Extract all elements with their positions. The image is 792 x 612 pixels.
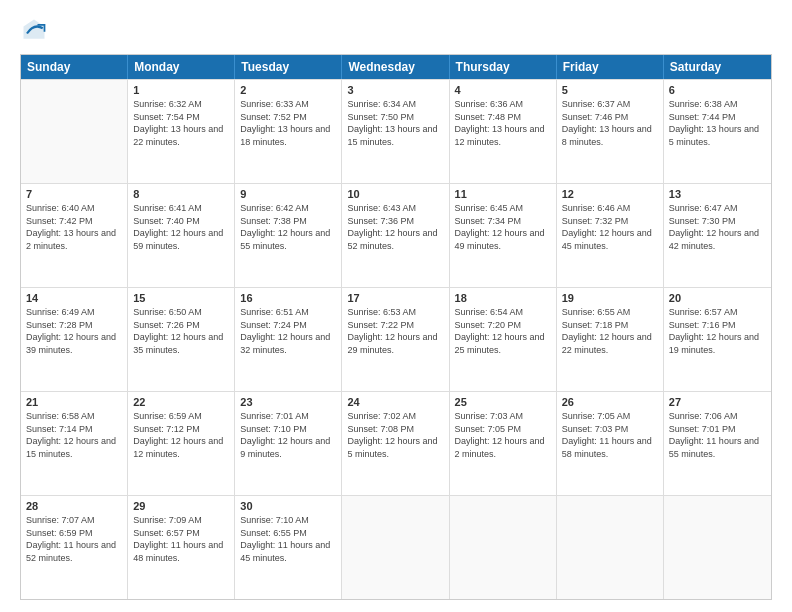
calendar-cell: 29Sunrise: 7:09 AM Sunset: 6:57 PM Dayli… xyxy=(128,496,235,599)
cell-info: Sunrise: 7:02 AM Sunset: 7:08 PM Dayligh… xyxy=(347,410,443,460)
calendar-cell xyxy=(664,496,771,599)
cell-info: Sunrise: 6:51 AM Sunset: 7:24 PM Dayligh… xyxy=(240,306,336,356)
cell-info: Sunrise: 6:33 AM Sunset: 7:52 PM Dayligh… xyxy=(240,98,336,148)
calendar-row: 1Sunrise: 6:32 AM Sunset: 7:54 PM Daylig… xyxy=(21,79,771,183)
calendar-header: SundayMondayTuesdayWednesdayThursdayFrid… xyxy=(21,55,771,79)
cell-info: Sunrise: 6:49 AM Sunset: 7:28 PM Dayligh… xyxy=(26,306,122,356)
day-number: 12 xyxy=(562,188,658,200)
cell-info: Sunrise: 6:32 AM Sunset: 7:54 PM Dayligh… xyxy=(133,98,229,148)
calendar-cell: 12Sunrise: 6:46 AM Sunset: 7:32 PM Dayli… xyxy=(557,184,664,287)
weekday-header: Sunday xyxy=(21,55,128,79)
weekday-header: Wednesday xyxy=(342,55,449,79)
cell-info: Sunrise: 7:07 AM Sunset: 6:59 PM Dayligh… xyxy=(26,514,122,564)
day-number: 2 xyxy=(240,84,336,96)
calendar-cell xyxy=(21,80,128,183)
day-number: 16 xyxy=(240,292,336,304)
calendar-cell: 6Sunrise: 6:38 AM Sunset: 7:44 PM Daylig… xyxy=(664,80,771,183)
calendar-cell: 25Sunrise: 7:03 AM Sunset: 7:05 PM Dayli… xyxy=(450,392,557,495)
day-number: 28 xyxy=(26,500,122,512)
day-number: 10 xyxy=(347,188,443,200)
day-number: 13 xyxy=(669,188,766,200)
cell-info: Sunrise: 7:01 AM Sunset: 7:10 PM Dayligh… xyxy=(240,410,336,460)
cell-info: Sunrise: 6:59 AM Sunset: 7:12 PM Dayligh… xyxy=(133,410,229,460)
calendar-cell: 2Sunrise: 6:33 AM Sunset: 7:52 PM Daylig… xyxy=(235,80,342,183)
calendar-cell: 15Sunrise: 6:50 AM Sunset: 7:26 PM Dayli… xyxy=(128,288,235,391)
day-number: 1 xyxy=(133,84,229,96)
calendar-body: 1Sunrise: 6:32 AM Sunset: 7:54 PM Daylig… xyxy=(21,79,771,599)
calendar-cell: 24Sunrise: 7:02 AM Sunset: 7:08 PM Dayli… xyxy=(342,392,449,495)
day-number: 30 xyxy=(240,500,336,512)
calendar-cell: 19Sunrise: 6:55 AM Sunset: 7:18 PM Dayli… xyxy=(557,288,664,391)
calendar-cell: 18Sunrise: 6:54 AM Sunset: 7:20 PM Dayli… xyxy=(450,288,557,391)
weekday-header: Friday xyxy=(557,55,664,79)
day-number: 3 xyxy=(347,84,443,96)
calendar-cell: 4Sunrise: 6:36 AM Sunset: 7:48 PM Daylig… xyxy=(450,80,557,183)
day-number: 21 xyxy=(26,396,122,408)
cell-info: Sunrise: 6:46 AM Sunset: 7:32 PM Dayligh… xyxy=(562,202,658,252)
cell-info: Sunrise: 6:57 AM Sunset: 7:16 PM Dayligh… xyxy=(669,306,766,356)
calendar-cell: 16Sunrise: 6:51 AM Sunset: 7:24 PM Dayli… xyxy=(235,288,342,391)
cell-info: Sunrise: 6:36 AM Sunset: 7:48 PM Dayligh… xyxy=(455,98,551,148)
cell-info: Sunrise: 6:50 AM Sunset: 7:26 PM Dayligh… xyxy=(133,306,229,356)
calendar-cell: 23Sunrise: 7:01 AM Sunset: 7:10 PM Dayli… xyxy=(235,392,342,495)
calendar-cell: 7Sunrise: 6:40 AM Sunset: 7:42 PM Daylig… xyxy=(21,184,128,287)
weekday-header: Thursday xyxy=(450,55,557,79)
cell-info: Sunrise: 7:10 AM Sunset: 6:55 PM Dayligh… xyxy=(240,514,336,564)
day-number: 20 xyxy=(669,292,766,304)
day-number: 11 xyxy=(455,188,551,200)
calendar-cell: 22Sunrise: 6:59 AM Sunset: 7:12 PM Dayli… xyxy=(128,392,235,495)
day-number: 27 xyxy=(669,396,766,408)
day-number: 25 xyxy=(455,396,551,408)
day-number: 5 xyxy=(562,84,658,96)
day-number: 9 xyxy=(240,188,336,200)
calendar-cell: 26Sunrise: 7:05 AM Sunset: 7:03 PM Dayli… xyxy=(557,392,664,495)
calendar-cell: 27Sunrise: 7:06 AM Sunset: 7:01 PM Dayli… xyxy=(664,392,771,495)
calendar-cell: 13Sunrise: 6:47 AM Sunset: 7:30 PM Dayli… xyxy=(664,184,771,287)
cell-info: Sunrise: 7:03 AM Sunset: 7:05 PM Dayligh… xyxy=(455,410,551,460)
cell-info: Sunrise: 7:05 AM Sunset: 7:03 PM Dayligh… xyxy=(562,410,658,460)
calendar-cell xyxy=(450,496,557,599)
weekday-header: Tuesday xyxy=(235,55,342,79)
day-number: 7 xyxy=(26,188,122,200)
calendar-row: 28Sunrise: 7:07 AM Sunset: 6:59 PM Dayli… xyxy=(21,495,771,599)
cell-info: Sunrise: 7:09 AM Sunset: 6:57 PM Dayligh… xyxy=(133,514,229,564)
calendar: SundayMondayTuesdayWednesdayThursdayFrid… xyxy=(20,54,772,600)
calendar-cell: 5Sunrise: 6:37 AM Sunset: 7:46 PM Daylig… xyxy=(557,80,664,183)
day-number: 19 xyxy=(562,292,658,304)
calendar-cell: 3Sunrise: 6:34 AM Sunset: 7:50 PM Daylig… xyxy=(342,80,449,183)
logo xyxy=(20,16,52,44)
day-number: 4 xyxy=(455,84,551,96)
cell-info: Sunrise: 6:54 AM Sunset: 7:20 PM Dayligh… xyxy=(455,306,551,356)
calendar-cell: 30Sunrise: 7:10 AM Sunset: 6:55 PM Dayli… xyxy=(235,496,342,599)
cell-info: Sunrise: 6:47 AM Sunset: 7:30 PM Dayligh… xyxy=(669,202,766,252)
cell-info: Sunrise: 6:42 AM Sunset: 7:38 PM Dayligh… xyxy=(240,202,336,252)
calendar-cell: 11Sunrise: 6:45 AM Sunset: 7:34 PM Dayli… xyxy=(450,184,557,287)
cell-info: Sunrise: 6:58 AM Sunset: 7:14 PM Dayligh… xyxy=(26,410,122,460)
day-number: 8 xyxy=(133,188,229,200)
cell-info: Sunrise: 6:43 AM Sunset: 7:36 PM Dayligh… xyxy=(347,202,443,252)
cell-info: Sunrise: 6:45 AM Sunset: 7:34 PM Dayligh… xyxy=(455,202,551,252)
cell-info: Sunrise: 6:55 AM Sunset: 7:18 PM Dayligh… xyxy=(562,306,658,356)
calendar-row: 7Sunrise: 6:40 AM Sunset: 7:42 PM Daylig… xyxy=(21,183,771,287)
calendar-row: 21Sunrise: 6:58 AM Sunset: 7:14 PM Dayli… xyxy=(21,391,771,495)
calendar-row: 14Sunrise: 6:49 AM Sunset: 7:28 PM Dayli… xyxy=(21,287,771,391)
cell-info: Sunrise: 7:06 AM Sunset: 7:01 PM Dayligh… xyxy=(669,410,766,460)
day-number: 26 xyxy=(562,396,658,408)
page: SundayMondayTuesdayWednesdayThursdayFrid… xyxy=(0,0,792,612)
calendar-cell: 10Sunrise: 6:43 AM Sunset: 7:36 PM Dayli… xyxy=(342,184,449,287)
calendar-cell: 20Sunrise: 6:57 AM Sunset: 7:16 PM Dayli… xyxy=(664,288,771,391)
weekday-header: Monday xyxy=(128,55,235,79)
day-number: 23 xyxy=(240,396,336,408)
cell-info: Sunrise: 6:38 AM Sunset: 7:44 PM Dayligh… xyxy=(669,98,766,148)
calendar-cell xyxy=(557,496,664,599)
calendar-cell: 17Sunrise: 6:53 AM Sunset: 7:22 PM Dayli… xyxy=(342,288,449,391)
logo-icon xyxy=(20,16,48,44)
day-number: 18 xyxy=(455,292,551,304)
day-number: 24 xyxy=(347,396,443,408)
day-number: 29 xyxy=(133,500,229,512)
cell-info: Sunrise: 6:37 AM Sunset: 7:46 PM Dayligh… xyxy=(562,98,658,148)
cell-info: Sunrise: 6:40 AM Sunset: 7:42 PM Dayligh… xyxy=(26,202,122,252)
cell-info: Sunrise: 6:41 AM Sunset: 7:40 PM Dayligh… xyxy=(133,202,229,252)
day-number: 17 xyxy=(347,292,443,304)
calendar-cell: 28Sunrise: 7:07 AM Sunset: 6:59 PM Dayli… xyxy=(21,496,128,599)
